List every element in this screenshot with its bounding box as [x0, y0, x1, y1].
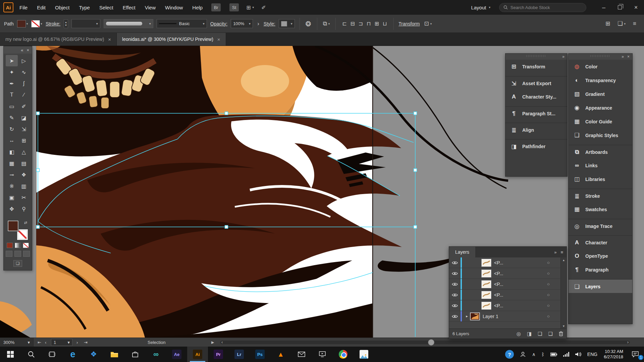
panel-menu-icon[interactable]: ≡: [560, 250, 563, 255]
align-vertical-bottom-icon[interactable]: ⊔: [381, 20, 389, 28]
network-icon[interactable]: [560, 347, 572, 362]
menu-item[interactable]: Type: [79, 5, 90, 10]
style-link[interactable]: Style:: [264, 21, 275, 26]
brush-definition-combo[interactable]: Basic ▾: [157, 19, 207, 28]
scroll-right-icon[interactable]: ›: [627, 340, 629, 345]
transform-options-icon[interactable]: ⊡ ▾: [423, 20, 433, 27]
curvature-tool[interactable]: ∫: [18, 78, 30, 89]
panel-tab-artboards[interactable]: ⧉ Artboards: [569, 145, 632, 159]
draw-normal-button[interactable]: [6, 251, 12, 257]
magic-wand-tool[interactable]: ✦: [6, 66, 18, 78]
panel-tab-character-styles[interactable]: A Character Sty...: [505, 90, 567, 104]
color-button[interactable]: [7, 243, 13, 248]
bridge-badge[interactable]: Br: [211, 3, 221, 11]
panel-tab-transform[interactable]: ⊞ Transform: [505, 60, 567, 73]
layer-row[interactable]: <P... ○: [449, 290, 567, 300]
panel-tab-transparency[interactable]: ◐ Transparency: [569, 73, 632, 87]
eraser-tool[interactable]: ◪: [18, 112, 30, 123]
panel-tab-stroke[interactable]: ≣ Stroke: [569, 189, 632, 202]
layer-thumbnail[interactable]: [481, 269, 491, 278]
after-effects-icon[interactable]: Ae: [166, 347, 187, 362]
restore-button[interactable]: [612, 0, 628, 15]
transform-link[interactable]: Transform: [398, 21, 420, 26]
lasso-tool[interactable]: ∿: [18, 66, 30, 78]
panel-tab-color-guide[interactable]: ▦ Color Guide: [569, 115, 632, 128]
layer-thumbnail[interactable]: [481, 259, 491, 267]
visibility-toggle[interactable]: [449, 300, 461, 311]
opacity-options-button[interactable]: ›: [256, 20, 260, 27]
stroke-color-control[interactable]: ▾: [31, 20, 42, 27]
control-panel-menu-icon[interactable]: ≡: [632, 20, 637, 27]
start-button[interactable]: [0, 347, 21, 362]
type-tool[interactable]: T: [6, 89, 18, 101]
zoom-tool[interactable]: ⚲: [18, 203, 30, 215]
draw-behind-button[interactable]: [14, 251, 21, 257]
artboard-tool[interactable]: ▣: [6, 192, 18, 203]
panel-tab-character[interactable]: A Character: [569, 235, 632, 249]
width-tool[interactable]: ↔: [6, 135, 18, 146]
last-artboard-button[interactable]: ⇥: [84, 338, 88, 347]
bluetooth-icon[interactable]: ᛒ: [538, 347, 547, 362]
zoom-level-combo[interactable]: 300% ▾: [0, 338, 34, 347]
fill-color-box[interactable]: [8, 221, 18, 231]
layers-scrollbar[interactable]: ▴ ▾: [560, 257, 567, 328]
edge-icon[interactable]: e: [62, 347, 83, 362]
align-horizontal-center-icon[interactable]: ⊟: [348, 20, 357, 28]
menu-item[interactable]: Effect: [123, 5, 136, 10]
photos-app-icon[interactable]: [354, 347, 374, 362]
target-icon[interactable]: ○: [545, 260, 552, 265]
scroll-up-icon[interactable]: ▴: [563, 258, 565, 262]
layers-tab[interactable]: Layers: [449, 247, 475, 257]
workspace-grid-icon[interactable]: ⊞: [604, 20, 611, 27]
panel-tab-opentype[interactable]: O OpenType: [569, 249, 632, 263]
layer-name[interactable]: <P...: [494, 260, 545, 265]
close-panel-icon[interactable]: ×: [26, 48, 29, 53]
panel-tab-paragraph[interactable]: ¶ Paragraph: [569, 263, 632, 277]
layer-name[interactable]: <P...: [494, 271, 545, 276]
screen-mode-button[interactable]: ❏: [13, 260, 22, 267]
photoshop-icon[interactable]: Ps: [250, 347, 270, 362]
close-dock-icon[interactable]: ×: [627, 54, 630, 59]
gradient-button[interactable]: [15, 243, 21, 248]
layer-row[interactable]: <P... ○: [449, 300, 567, 311]
perspective-grid-tool[interactable]: △: [18, 146, 30, 158]
scroll-down-icon[interactable]: ▾: [563, 324, 565, 328]
layer-name[interactable]: Layer 1: [483, 314, 545, 319]
dropbox-icon[interactable]: ❖: [83, 347, 104, 362]
workspace-switch-icon[interactable]: ⊞ ▾: [246, 4, 254, 11]
first-artboard-button[interactable]: ⇤: [38, 338, 41, 347]
panel-tab-align[interactable]: ≣ Align: [505, 123, 567, 136]
shape-builder-tool[interactable]: ◧: [6, 146, 18, 158]
paintbrush-tool[interactable]: ✐: [18, 101, 30, 112]
layout-switcher[interactable]: Layout ▾: [471, 5, 490, 10]
target-icon[interactable]: ○: [545, 314, 552, 319]
search-input[interactable]: [511, 5, 582, 10]
target-icon[interactable]: ○: [545, 282, 552, 287]
direct-selection-tool[interactable]: ▷: [18, 55, 30, 66]
file-explorer-icon[interactable]: [104, 347, 125, 362]
stroke-weight-stepper[interactable]: ▴ ▾: [64, 19, 68, 28]
obs-icon[interactable]: ∞: [146, 347, 166, 362]
menu-item[interactable]: Select: [99, 5, 113, 10]
collapse-panel-icon[interactable]: «: [21, 48, 23, 53]
layer-name[interactable]: <P...: [494, 292, 545, 298]
panel-tab-links[interactable]: ∞ Links: [569, 159, 632, 172]
layer-row[interactable]: <P... ○: [449, 268, 567, 279]
help-icon[interactable]: ?: [502, 347, 517, 362]
movies-tv-icon[interactable]: [312, 347, 333, 362]
layer-thumbnail[interactable]: [470, 312, 480, 320]
free-transform-tool[interactable]: ⊞: [18, 135, 30, 146]
none-button[interactable]: [23, 243, 29, 248]
close-button[interactable]: ×: [628, 0, 644, 15]
expand-panels-icon[interactable]: »: [562, 54, 565, 59]
taskbar-search-button[interactable]: [21, 347, 42, 362]
share-brush-icon[interactable]: ✐: [261, 4, 266, 11]
task-view-button[interactable]: [42, 347, 62, 362]
previous-artboard-button[interactable]: ‹: [45, 338, 46, 347]
variable-width-profile-combo[interactable]: ▾: [104, 19, 153, 28]
illustrator-icon[interactable]: Ai: [187, 347, 208, 362]
document-setup-icon[interactable]: ⧉ ▾: [322, 20, 331, 27]
battery-icon[interactable]: [547, 347, 560, 362]
opacity-link[interactable]: Opacity:: [210, 21, 227, 26]
panel-tab-appearance[interactable]: ◉ Appearance: [569, 101, 632, 115]
